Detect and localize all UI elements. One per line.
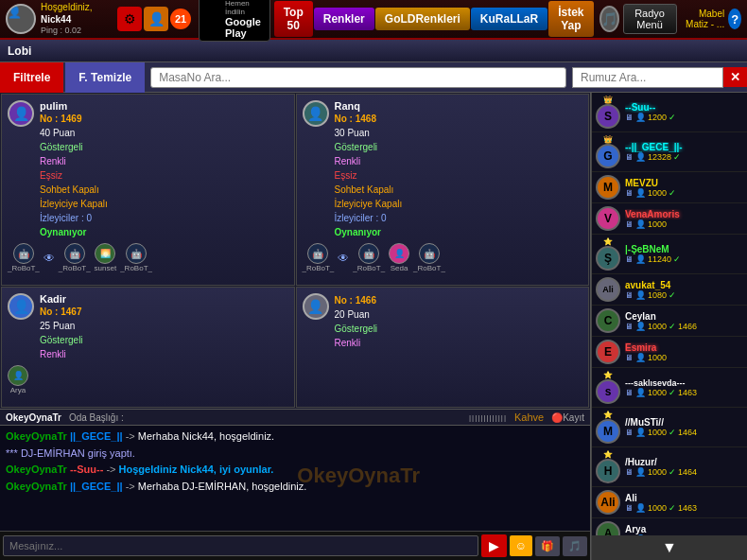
eye-icon[interactable]: 👁 bbox=[43, 252, 55, 265]
list-item[interactable]: Ali avukat_54 🖥 👤 1080 ✓ bbox=[592, 274, 747, 306]
chat-nick[interactable]: OkeyOynaTr bbox=[6, 464, 67, 475]
user-avatar: G bbox=[596, 144, 620, 168]
user-list: 👑 S --Suu-- 🖥 👤 1200 ✓ 👑 G bbox=[592, 93, 747, 535]
filter-bar: Filtrele F. Temizle ✕ bbox=[0, 62, 747, 93]
username: MEVZU bbox=[625, 178, 743, 188]
chat-nick[interactable]: ||_GECE_|| bbox=[70, 430, 123, 442]
left-panel: 👤 pulim No : 1469 40 Puan Göstergeli Ren… bbox=[0, 93, 591, 560]
chat-title: OkeyOynaTr bbox=[6, 412, 61, 423]
chat-input-bar: ▶ ☺ 🎁 🎵 bbox=[0, 531, 590, 560]
chat-emoji-button[interactable]: ☺ bbox=[510, 535, 532, 556]
user-avatar: E bbox=[596, 340, 620, 364]
player-slot: 🤖 _RoBoT_ bbox=[353, 243, 385, 272]
scroll-down-button[interactable]: ▼ bbox=[592, 535, 747, 560]
user-avatar: A bbox=[596, 521, 620, 535]
user-icon[interactable]: 👤 bbox=[144, 7, 168, 31]
user-avatar: M bbox=[596, 175, 620, 200]
chat-nick[interactable]: ||_GECE_|| bbox=[70, 481, 123, 492]
masa-search-input[interactable] bbox=[150, 67, 566, 88]
eye-icon[interactable]: 👁 bbox=[338, 252, 349, 265]
list-item[interactable]: E Esmira 🖥 👤 1000 bbox=[592, 337, 747, 368]
chat-send-button[interactable]: ▶ bbox=[481, 534, 507, 557]
chat-input[interactable] bbox=[3, 535, 478, 556]
help-button[interactable]: ? bbox=[728, 9, 741, 29]
radio-menu-button[interactable]: Radyo Menü bbox=[623, 4, 677, 34]
table-owner-name: Kadir bbox=[40, 293, 288, 305]
kahve-button[interactable]: Kahve bbox=[514, 411, 544, 423]
lobi-label: Lobi bbox=[8, 44, 31, 58]
settings-icon[interactable]: ⚙ bbox=[117, 7, 142, 31]
table-card[interactable]: 👤 Ranq No : 1468 30 Puan Göstergeli Renk… bbox=[296, 94, 590, 286]
renkler-button[interactable]: Renkler bbox=[314, 8, 374, 30]
list-item[interactable]: M MEVZU 🖥 👤 1000 ✓ bbox=[592, 172, 747, 203]
table-info: No : 1469 40 Puan Göstergeli Renkli Eşsi… bbox=[40, 112, 288, 239]
username: avukat_54 bbox=[625, 280, 743, 290]
table-card[interactable]: 👤 pulim No : 1469 40 Puan Göstergeli Ren… bbox=[1, 94, 295, 286]
google-play-button[interactable]: ▶ Hemen İndilin Google Play bbox=[199, 0, 270, 42]
user-avatar: C bbox=[596, 308, 620, 333]
avatar: 👤 bbox=[6, 4, 36, 34]
table-players: 🤖 _RoBoT_ 👁 🤖 _RoBoT_ 🌅 sunset 🤖 _R bbox=[8, 243, 288, 272]
list-item[interactable]: ⭐ H /Huzur/ 🖥 👤 1000 ✓ 1464 bbox=[592, 447, 747, 487]
gold-renkleri-button[interactable]: GoLDRenkleri bbox=[375, 8, 470, 30]
chat-messages: OkeyOynaTr ||_GECE_|| -> Merhaba Nick44,… bbox=[0, 426, 590, 531]
filtrele-button[interactable]: Filtrele bbox=[0, 62, 63, 93]
player-slot: 🌅 sunset bbox=[95, 243, 117, 272]
rumuz-search-input[interactable] bbox=[572, 67, 723, 88]
radio-avatar: 🎵 bbox=[599, 6, 619, 32]
table-card[interactable]: 👤 No : 1466 20 Puan Göstergeli Renkli bbox=[296, 287, 590, 408]
ftemizle-button[interactable]: F. Temizle bbox=[65, 62, 145, 93]
top50-button[interactable]: Top 50 bbox=[274, 1, 313, 37]
chat-extra-button1[interactable]: 🎁 bbox=[535, 536, 560, 556]
username: --Suu-- bbox=[625, 102, 743, 113]
user-avatar: M bbox=[596, 419, 620, 444]
crown-icon: 👑 bbox=[603, 135, 613, 144]
user-avatar: Ali bbox=[596, 490, 620, 515]
table-no: No : 1467 bbox=[40, 305, 288, 319]
list-item[interactable]: V VenaAmoris 🖥 👤 1000 bbox=[592, 203, 747, 235]
chat-extra-button2[interactable]: 🎵 bbox=[563, 536, 587, 556]
chat-nick[interactable]: OkeyOynaTr bbox=[6, 481, 67, 492]
list-item[interactable]: ⭐ M //MuSTi// 🖥 👤 1000 ✓ 1464 bbox=[592, 408, 747, 447]
star-icon: ⭐ bbox=[603, 237, 613, 246]
user-avatar: Ş bbox=[596, 246, 620, 271]
chat-text: Hoşgeldiniz Nick44, iyi oyunlar. bbox=[119, 464, 274, 475]
list-item[interactable]: 👑 G --||_GECE_||- 🖥 👤 12328 ✓ bbox=[592, 132, 747, 172]
table-owner-avatar: 👤 bbox=[8, 293, 34, 320]
table-info: No : 1467 25 Puan Göstergeli Renkli bbox=[40, 305, 288, 361]
username: Esmira bbox=[625, 342, 743, 353]
kayit-button[interactable]: 🔴Kayıt bbox=[551, 412, 584, 423]
list-item[interactable]: C Ceylan 🖥 👤 1000 ✓ 1466 bbox=[592, 306, 747, 337]
list-item[interactable]: A Arya 🖥 👤 1000 ✓ 1466 bbox=[592, 518, 747, 535]
rumuz-close-button[interactable]: ✕ bbox=[723, 67, 747, 87]
username: |-ŞeBNeM bbox=[625, 244, 743, 254]
user-info: 👤 Hoşgeldiniz, Nick44 Ping : 0.02 bbox=[0, 1, 113, 37]
main-layout: 👤 pulim No : 1469 40 Puan Göstergeli Ren… bbox=[0, 93, 747, 560]
kurallar-button[interactable]: KuRaLLaR bbox=[471, 8, 547, 30]
notification-badge[interactable]: 21 bbox=[170, 9, 191, 29]
top-navigation: 👤 Hoşgeldiniz, Nick44 Ping : 0.02 ⚙ 👤 21… bbox=[0, 0, 747, 40]
player-slot: 🤖 _RoBoT_ bbox=[59, 243, 91, 272]
username: /Huzur/ bbox=[625, 457, 743, 467]
chat-message: OkeyOynaTr ||_GECE_|| -> Merhaba DJ-EMİR… bbox=[6, 479, 584, 496]
right-panel: 👑 S --Suu-- 🖥 👤 1200 ✓ 👑 G bbox=[591, 93, 747, 560]
user-avatar: s bbox=[596, 379, 620, 404]
user-avatar: H bbox=[596, 459, 620, 483]
player-slot: 🤖 _RoBoT_ bbox=[303, 243, 335, 272]
chat-nick[interactable]: OkeyOynaTr bbox=[6, 430, 67, 442]
chat-nick[interactable]: --Suu-- bbox=[70, 464, 103, 475]
chat-message: OkeyOynaTr --Suu-- -> Hoşgeldiniz Nick44… bbox=[6, 462, 584, 479]
list-item[interactable]: ⭐ s ---saklısevda--- 🖥 👤 1000 ✓ 1463 bbox=[592, 368, 747, 408]
table-card[interactable]: 👤 Kadir No : 1467 25 Puan Göstergeli Ren… bbox=[1, 287, 295, 408]
tables-grid: 👤 pulim No : 1469 40 Puan Göstergeli Ren… bbox=[0, 93, 590, 409]
google-play-logo-icon: ▶ bbox=[207, 8, 221, 30]
username: //MuSTi// bbox=[625, 417, 743, 428]
list-item[interactable]: Ali Ali 🖥 👤 1000 ✓ 1463 bbox=[592, 487, 747, 518]
list-item[interactable]: 👑 S --Suu-- 🖥 👤 1200 ✓ bbox=[592, 93, 747, 132]
chat-header: OkeyOynaTr Oda Başlığı : ||||||||||||| K… bbox=[0, 410, 590, 426]
player-slot: 🤖 _RoBoT_ bbox=[413, 243, 445, 272]
username: Arya bbox=[625, 524, 743, 534]
crown-icon: 👑 bbox=[603, 96, 613, 104]
list-item[interactable]: ⭐ Ş |-ŞeBNeM 🖥 👤 11240 ✓ bbox=[592, 235, 747, 274]
istek-yap-button[interactable]: İstek Yap bbox=[548, 1, 593, 37]
